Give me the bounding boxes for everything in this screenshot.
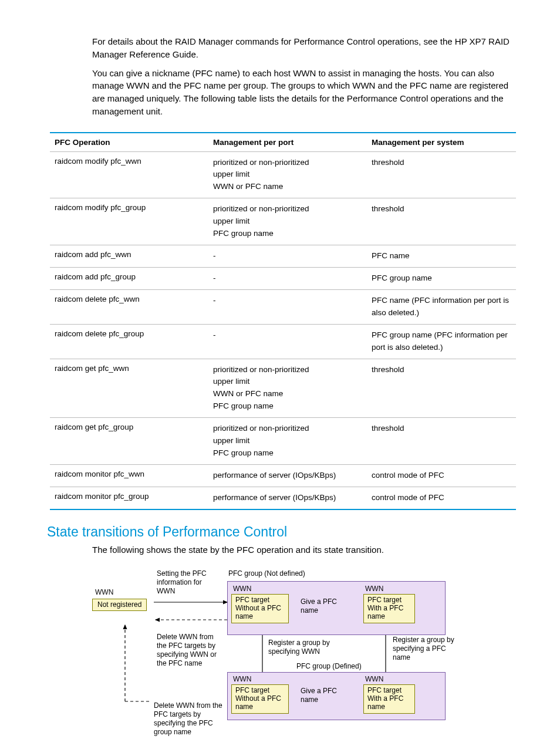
table-cell-operation: raidcom add pfc_wwn [50, 245, 208, 268]
diagram-label: Register a group by specifying a PFC nam… [393, 636, 457, 662]
table-cell-port: prioritized or non-prioritizedupper limi… [208, 418, 367, 465]
diagram-label: PFC target [367, 686, 402, 694]
table-cell-port: prioritized or non-prioritizedupper limi… [208, 198, 367, 245]
table-cell-operation: raidcom monitor pfc_wwn [50, 465, 208, 487]
table-cell-system: PFC name [367, 245, 516, 268]
diagram-label: WWN [365, 585, 383, 593]
diagram-label: Delete WWN from the PFC targets by speci… [157, 633, 224, 668]
diagram-label: Not registered [97, 600, 141, 609]
table-header: Management per port [208, 133, 367, 152]
table-cell-operation: raidcom delete pfc_wwn [50, 289, 208, 324]
diagram-label: With a PFC name [367, 694, 403, 711]
table-cell-port: - [208, 267, 367, 289]
diagram-label: WWN [95, 588, 113, 597]
diagram-state-box: PFC target Without a PFC name [231, 594, 289, 623]
diagram-label: Without a PFC name [235, 694, 281, 711]
diagram-label: Give a PFC name [301, 687, 348, 704]
diagram-label: WWN [233, 585, 251, 593]
table-row: raidcom add pfc_group-PFC group name [50, 267, 516, 289]
diagram-label: PFC group (Not defined) [228, 569, 305, 578]
table-header: PFC Operation [50, 133, 208, 152]
table-cell-system: threshold [367, 151, 516, 198]
table-row: raidcom modify pfc_wwnprioritized or non… [50, 151, 516, 198]
table-cell-operation: raidcom modify pfc_group [50, 198, 208, 245]
table-cell-port: prioritized or non-prioritizedupper limi… [208, 151, 367, 198]
paragraph: You can give a nickname (PFC name) to ea… [92, 67, 516, 118]
table-cell-operation: raidcom modify pfc_wwn [50, 151, 208, 198]
diagram-label: PFC group (Defined) [296, 662, 362, 671]
diagram-label: Without a PFC name [235, 604, 281, 620]
table-cell-port: performance of server (IOps/KBps) [208, 487, 367, 509]
table-cell-port: performance of server (IOps/KBps) [208, 465, 367, 487]
table-cell-operation: raidcom get pfc_group [50, 418, 208, 465]
table-cell-operation: raidcom delete pfc_group [50, 324, 208, 359]
diagram-label: Setting the PFC information for WWN [157, 569, 221, 596]
diagram-label: Give a PFC name [301, 598, 348, 615]
table-cell-port: - [208, 245, 367, 268]
document-page: For details about the RAID Manager comma… [0, 0, 560, 746]
diagram-label: WWN [365, 675, 383, 684]
table-cell-system: PFC name (PFC information per port is al… [367, 289, 516, 324]
table-row: raidcom monitor pfc_wwnperformance of se… [50, 465, 516, 487]
table-row: raidcom add pfc_wwn-PFC name [50, 245, 516, 268]
section-heading: State transitions of Performance Control [47, 524, 516, 540]
diagram-label: With a PFC name [367, 604, 403, 620]
table-cell-operation: raidcom get pfc_wwn [50, 359, 208, 418]
table-header-row: PFC Operation Management per port Manage… [50, 133, 516, 152]
pfc-operations-table: PFC Operation Management per port Manage… [50, 132, 516, 510]
table-cell-operation: raidcom add pfc_group [50, 267, 208, 289]
diagram-label: PFC target [367, 596, 402, 604]
table-cell-system: control mode of PFC [367, 465, 516, 487]
table-row: raidcom get pfc_groupprioritized or non-… [50, 418, 516, 465]
table-cell-system: threshold [367, 418, 516, 465]
table-cell-operation: raidcom monitor pfc_group [50, 487, 208, 509]
diagram-label: WWN [233, 675, 251, 684]
diagram-label: PFC target [235, 596, 269, 604]
table-cell-system: PFC group name (PFC information per port… [367, 324, 516, 359]
diagram-state-box: PFC target With a PFC name [363, 684, 415, 714]
diagram-label: PFC target [235, 686, 269, 694]
diagram-state-box: PFC target Without a PFC name [231, 684, 289, 714]
diagram-label: Delete WWN from the PFC targets by speci… [154, 701, 230, 737]
table-row: raidcom monitor pfc_groupperformance of … [50, 487, 516, 509]
table-cell-port: prioritized or non-prioritizedupper limi… [208, 359, 367, 418]
diagram-state-box: PFC target With a PFC name [363, 594, 415, 623]
table-cell-system: threshold [367, 198, 516, 245]
table-row: raidcom modify pfc_groupprioritized or n… [50, 198, 516, 245]
diagram-label: Register a group by specifying WWN [268, 639, 339, 656]
paragraph: The following shows the state by the PFC… [92, 544, 516, 556]
table-header: Management per system [367, 133, 516, 152]
table-cell-system: control mode of PFC [367, 487, 516, 509]
table-row: raidcom delete pfc_wwn-PFC name (PFC inf… [50, 289, 516, 324]
table-row: raidcom delete pfc_group-PFC group name … [50, 324, 516, 359]
table-cell-port: - [208, 289, 367, 324]
table-cell-system: PFC group name [367, 267, 516, 289]
table-row: raidcom get pfc_wwnprioritized or non-pr… [50, 359, 516, 418]
diagram-state-box: Not registered [92, 599, 147, 611]
table-cell-system: threshold [367, 359, 516, 418]
table-cell-port: - [208, 324, 367, 359]
paragraph: For details about the RAID Manager comma… [92, 35, 516, 61]
state-transition-diagram: Setting the PFC information for WWN PFC … [92, 569, 462, 746]
